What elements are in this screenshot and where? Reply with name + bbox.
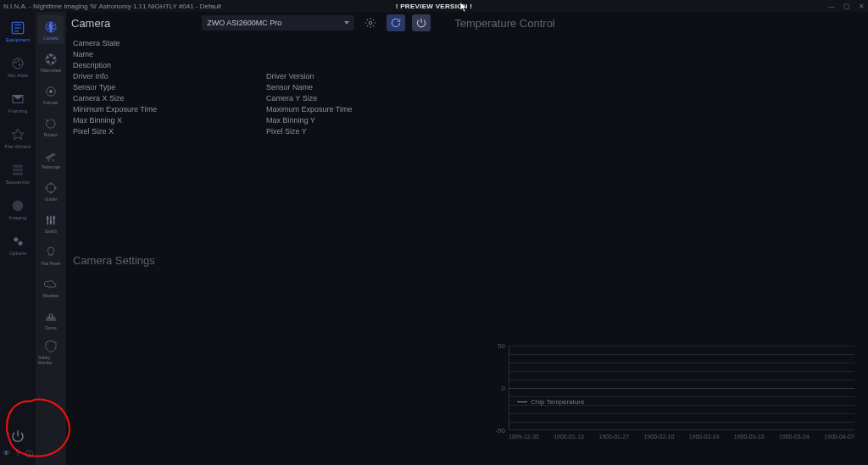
svg-point-3 — [19, 64, 21, 66]
settings-button[interactable] — [361, 14, 380, 31]
xtick: 1900-02-24 — [689, 434, 720, 440]
tab-label: Flat Wizard — [5, 144, 31, 149]
kv-label: Driver Info — [73, 72, 108, 80]
kv-label: Name — [73, 50, 93, 58]
kv-label: Minimum Exposure Time — [73, 105, 157, 113]
equip-tab-label: Weather — [43, 293, 59, 298]
svg-point-16 — [47, 60, 49, 62]
tab-label: Imaging — [8, 215, 26, 220]
svg-point-14 — [53, 57, 55, 58]
svg-point-9 — [13, 201, 23, 211]
equip-tab-label: Focuser — [43, 100, 58, 105]
xtick: 1900-03-10 — [734, 434, 765, 440]
equip-tab-label: Switch — [45, 229, 58, 234]
equip-tab-label: Camera — [43, 36, 58, 41]
kv-label: Sensor Type — [73, 83, 115, 91]
reconnect-button[interactable] — [387, 14, 405, 31]
preview-banner: ! PREVIEW VERSION ! — [0, 3, 868, 10]
equip-tab-guider[interactable]: Guider — [38, 176, 64, 205]
equip-tab-label: Telescope — [42, 164, 61, 169]
xtick: 1900-03-24 — [779, 434, 810, 440]
tab-sequencer[interactable]: Sequencer — [3, 159, 32, 188]
svg-point-19 — [50, 90, 53, 92]
equip-tab-label: Safety Monitor — [38, 355, 64, 365]
equip-tab-telescope[interactable]: Telescope — [38, 144, 64, 173]
tab-skyatlas[interactable]: Sky Atlas — [3, 53, 32, 81]
equip-tab-focuser[interactable]: Focuser — [38, 80, 64, 108]
kv-label: Sensor Name — [266, 83, 313, 91]
ytick: -50 — [488, 427, 505, 435]
connect-all-power-button[interactable] — [8, 427, 27, 446]
svg-point-20 — [47, 183, 56, 192]
svg-point-17 — [47, 56, 48, 58]
chart-x-axis: 1899-12-30 1900-01-13 1900-01-27 1900-02… — [509, 434, 854, 440]
equip-tab-dome[interactable]: Dome — [38, 305, 64, 334]
equipment-nav: Camera Filterwheel Focuser Rotator Teles… — [36, 12, 66, 465]
legend-swatch — [517, 401, 527, 402]
legend-label: Chip Temperature — [531, 398, 584, 406]
equip-tab-label: Flat Panel — [42, 261, 61, 266]
xtick: 1900-04-07 — [824, 434, 854, 440]
xtick: 1900-01-13 — [554, 434, 584, 440]
equip-tab-label: Filterwheel — [41, 68, 61, 73]
power-button[interactable] — [412, 14, 431, 31]
content: Camera ZWO ASI2600MC Pro Temperature Con… — [66, 12, 868, 465]
svg-point-25 — [370, 21, 373, 25]
svg-point-11 — [19, 241, 23, 246]
kv-label: Driver Version — [266, 72, 314, 80]
kv-label: Max Binning X — [73, 116, 122, 125]
svg-rect-6 — [14, 165, 23, 167]
tab-options[interactable]: Options — [3, 230, 32, 259]
equip-tab-rotator[interactable]: Rotator — [38, 112, 64, 141]
equip-tab-camera[interactable]: Camera — [38, 15, 64, 44]
ytick: 0 — [488, 385, 505, 392]
kv-label: Pixel Size Y — [266, 127, 307, 136]
tab-equipment[interactable]: Equipment — [3, 17, 32, 46]
xtick: 1900-01-27 — [598, 434, 629, 440]
equip-tab-weather[interactable]: Weather — [38, 273, 64, 302]
svg-point-23 — [53, 216, 55, 218]
info-icon[interactable]: ⓘ — [25, 449, 33, 460]
tab-label: Equipment — [6, 37, 31, 42]
svg-point-2 — [15, 62, 17, 64]
xtick: 1900-02-10 — [643, 434, 674, 440]
main-nav: Equipment Sky Atlas Framing Flat Wizard … — [0, 12, 36, 465]
camera-select-dropdown[interactable]: ZWO ASI2600MC Pro — [202, 15, 354, 30]
svg-point-10 — [14, 238, 19, 242]
tab-imaging[interactable]: Imaging — [3, 195, 32, 224]
svg-rect-24 — [50, 314, 53, 318]
svg-point-15 — [52, 61, 53, 63]
equip-tab-label: Rotator — [44, 132, 58, 137]
chart-plot-area — [509, 346, 854, 430]
tab-framing[interactable]: Framing — [3, 88, 32, 117]
svg-point-1 — [13, 58, 23, 69]
tab-label: Framing — [8, 108, 27, 113]
kv-label: Pixel Size X — [73, 127, 114, 136]
tab-label: Sequencer — [5, 180, 30, 185]
kv-label: Camera Y Size — [266, 94, 317, 102]
svg-point-22 — [50, 221, 52, 223]
help-icon[interactable]: ? — [15, 449, 19, 460]
kv-label: Max Binning Y — [266, 116, 315, 125]
chart-legend: Chip Temperature — [517, 398, 584, 406]
title-bar: N.I.N.A. - Nighttime Imaging 'N' Astrono… — [0, 0, 868, 12]
equip-tab-safetymonitor[interactable]: Safety Monitor — [38, 337, 64, 366]
temperature-control-title: Temperature Control — [454, 17, 555, 30]
kv-label: Camera X Size — [73, 94, 125, 102]
equip-tab-flatpanel[interactable]: Flat Panel — [38, 241, 64, 269]
temperature-chart: 50 0 -50 Chip Temperature — [488, 346, 858, 456]
tab-flatwizard[interactable]: Flat Wizard — [3, 124, 32, 152]
equip-tab-label: Guider — [44, 197, 57, 202]
equip-tab-filterwheel[interactable]: Filterwheel — [38, 47, 64, 76]
equip-tab-switch[interactable]: Switch — [38, 208, 64, 237]
tab-label: Options — [9, 251, 27, 256]
eye-icon[interactable]: 👁 — [3, 449, 10, 460]
svg-point-21 — [47, 217, 48, 219]
equip-tab-label: Dome — [45, 325, 56, 330]
camera-info-grid: Camera State Name Description Driver Inf… — [71, 37, 466, 136]
kv-label: Camera State — [73, 39, 120, 47]
ytick: 50 — [488, 342, 505, 350]
tab-label: Sky Atlas — [8, 73, 29, 78]
camera-settings-title: Camera Settings — [71, 254, 466, 267]
kv-label: Description — [73, 61, 111, 69]
